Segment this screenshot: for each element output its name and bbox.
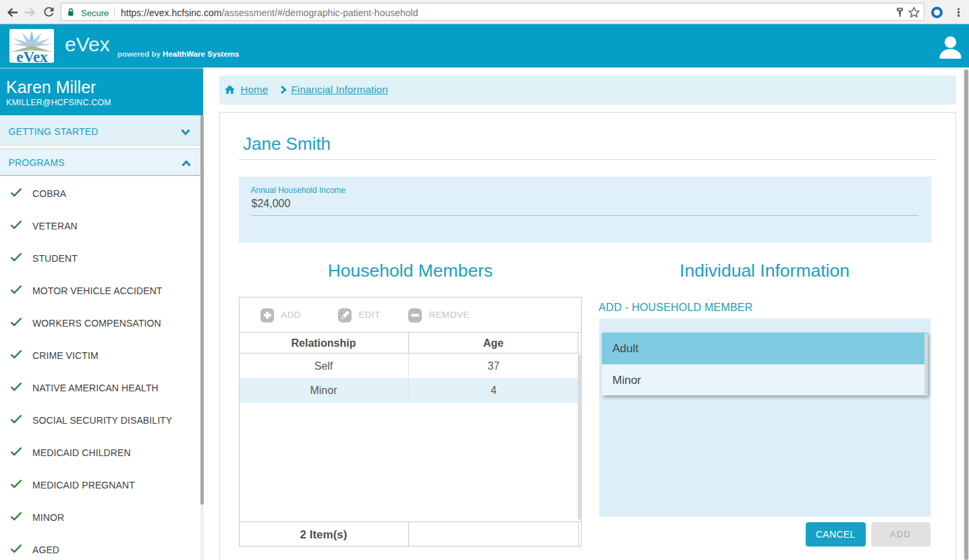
svg-text:eVex: eVex: [16, 49, 48, 63]
